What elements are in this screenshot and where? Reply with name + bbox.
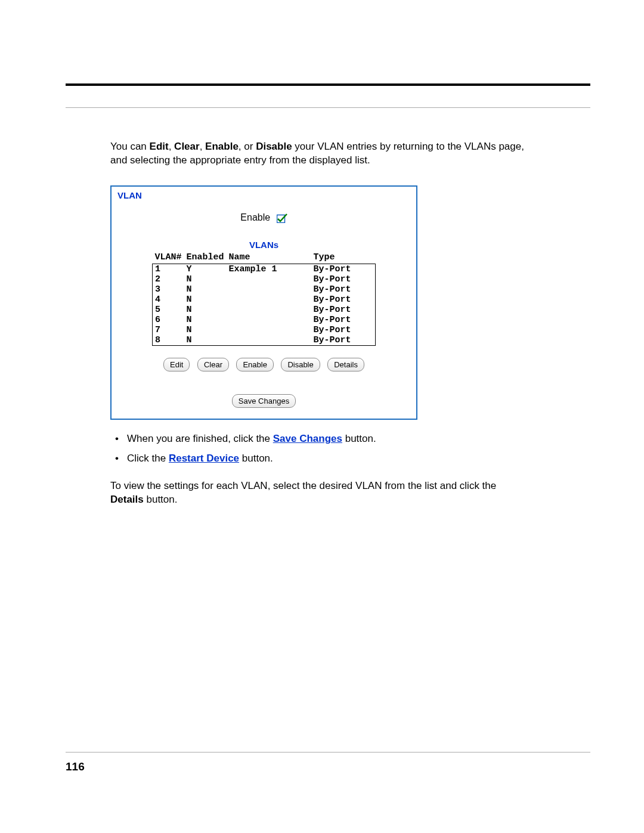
button-row-1: Edit Clear Enable Disable Details xyxy=(117,358,410,371)
cell-name: Example 1 xyxy=(227,264,302,274)
cell-vlan-num: 3 xyxy=(153,284,184,295)
cell-type: By-Port xyxy=(302,325,376,335)
intro-bold-edit: Edit xyxy=(150,141,169,152)
save-changes-button[interactable]: Save Changes xyxy=(232,394,296,408)
cell-enabled: N xyxy=(184,335,227,346)
cell-type: By-Port xyxy=(302,295,376,305)
bullet1-pre: When you are finished, click the xyxy=(127,433,273,444)
intro-sep3: , or xyxy=(239,141,256,152)
cell-vlan-num: 2 xyxy=(153,274,184,284)
cell-name xyxy=(227,295,302,305)
cell-vlan-num: 8 xyxy=(153,335,184,346)
vlan-table-header-row: VLAN# Enabled Name Type xyxy=(153,252,376,264)
secondary-rule xyxy=(66,107,590,108)
enable-checkbox[interactable] xyxy=(277,213,287,223)
intro-bold-enable: Enable xyxy=(205,141,239,152)
page: You can Edit, Clear, Enable, or Disable … xyxy=(0,0,644,833)
cell-name xyxy=(227,274,302,284)
col-header-name: Name xyxy=(227,252,302,264)
cell-enabled: N xyxy=(184,305,227,315)
enable-label: Enable xyxy=(240,212,270,222)
save-changes-link[interactable]: Save Changes xyxy=(273,433,342,444)
col-header-vlan-num: VLAN# xyxy=(153,252,184,264)
bullet2-pre: Click the xyxy=(127,453,169,464)
cell-enabled: Y xyxy=(184,264,227,274)
cell-vlan-num: 4 xyxy=(153,295,184,305)
cell-vlan-num: 7 xyxy=(153,325,184,335)
button-row-2: Save Changes xyxy=(117,394,410,408)
table-row[interactable]: 7 N By-Port xyxy=(153,325,376,335)
vlan-panel-title: VLAN xyxy=(117,190,410,200)
cell-enabled: N xyxy=(184,295,227,305)
cell-enabled: N xyxy=(184,325,227,335)
bullet-list: When you are finished, click the Save Ch… xyxy=(110,431,528,466)
vlan-panel: VLAN Enable VLANs VLAN# Enabled xyxy=(110,185,417,420)
vlan-table-wrap: VLAN# Enabled Name Type 1 Y Example 1 By… xyxy=(117,252,410,346)
para2-bold-details: Details xyxy=(110,494,144,505)
restart-device-link[interactable]: Restart Device xyxy=(169,453,239,464)
cell-enabled: N xyxy=(184,315,227,325)
table-row[interactable]: 5 N By-Port xyxy=(153,305,376,315)
edit-button[interactable]: Edit xyxy=(163,358,190,371)
cell-name xyxy=(227,305,302,315)
cell-type: By-Port xyxy=(302,305,376,315)
enable-button[interactable]: Enable xyxy=(236,358,273,371)
cell-type: By-Port xyxy=(302,284,376,295)
enable-row: Enable xyxy=(117,212,410,223)
intro-bold-disable: Disable xyxy=(256,141,292,152)
disable-button[interactable]: Disable xyxy=(281,358,320,371)
table-row[interactable]: 6 N By-Port xyxy=(153,315,376,325)
cell-vlan-num: 1 xyxy=(153,264,184,274)
cell-type: By-Port xyxy=(302,264,376,274)
closing-paragraph: To view the settings for each VLAN, sele… xyxy=(110,479,528,507)
intro-sep2: , xyxy=(200,141,205,152)
footer-rule xyxy=(66,752,590,753)
vlans-subheading: VLANs xyxy=(117,240,410,250)
intro-prefix: You can xyxy=(110,141,150,152)
page-number: 116 xyxy=(66,760,85,773)
col-header-type: Type xyxy=(302,252,376,264)
bullet1-post: button. xyxy=(342,433,376,444)
table-row[interactable]: 8 N By-Port xyxy=(153,335,376,346)
bullet2-post: button. xyxy=(239,453,273,464)
para2-line2: button. xyxy=(144,494,178,505)
cell-name xyxy=(227,335,302,346)
top-rule xyxy=(66,83,590,86)
table-row[interactable]: 3 N By-Port xyxy=(153,284,376,295)
intro-sep1: , xyxy=(169,141,174,152)
intro-bold-clear: Clear xyxy=(174,141,200,152)
cell-type: By-Port xyxy=(302,315,376,325)
cell-enabled: N xyxy=(184,274,227,284)
vlan-table: VLAN# Enabled Name Type 1 Y Example 1 By… xyxy=(152,252,376,346)
cell-type: By-Port xyxy=(302,335,376,346)
cell-enabled: N xyxy=(184,284,227,295)
clear-button[interactable]: Clear xyxy=(197,358,229,371)
bullet-item-2: Click the Restart Device button. xyxy=(110,450,528,466)
cell-type: By-Port xyxy=(302,274,376,284)
intro-paragraph: You can Edit, Clear, Enable, or Disable … xyxy=(110,140,528,168)
col-header-enabled: Enabled xyxy=(184,252,227,264)
table-row[interactable]: 2 N By-Port xyxy=(153,274,376,284)
para2-line1: To view the settings for each VLAN, sele… xyxy=(110,480,496,491)
cell-name xyxy=(227,325,302,335)
details-button[interactable]: Details xyxy=(327,358,364,371)
table-row[interactable]: 1 Y Example 1 By-Port xyxy=(153,264,376,274)
content-area: You can Edit, Clear, Enable, or Disable … xyxy=(110,140,528,507)
cell-name xyxy=(227,315,302,325)
cell-name xyxy=(227,284,302,295)
bullet-item-1: When you are finished, click the Save Ch… xyxy=(110,431,528,447)
cell-vlan-num: 6 xyxy=(153,315,184,325)
table-row[interactable]: 4 N By-Port xyxy=(153,295,376,305)
cell-vlan-num: 5 xyxy=(153,305,184,315)
